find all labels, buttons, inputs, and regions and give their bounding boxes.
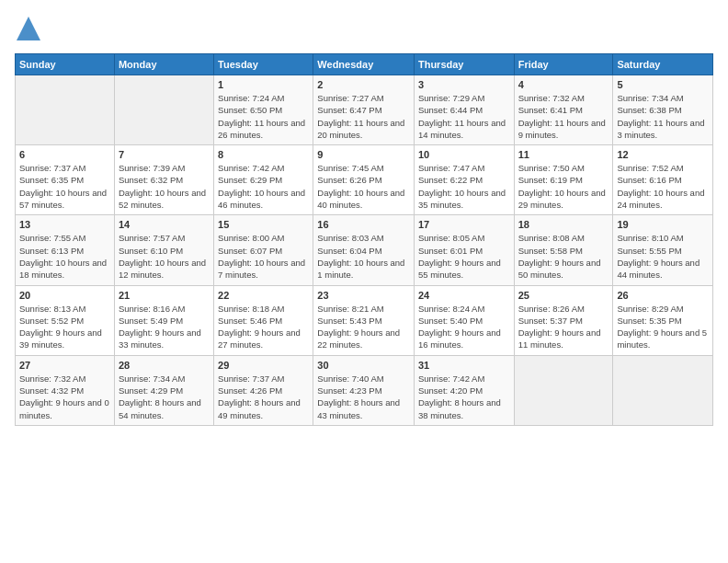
day-number: 23: [317, 290, 410, 301]
day-number: 13: [19, 219, 110, 230]
day-info: Sunrise: 7:37 AMSunset: 6:35 PMDaylight:…: [19, 162, 110, 211]
day-info: Sunrise: 7:37 AMSunset: 4:26 PMDaylight:…: [218, 373, 309, 421]
day-number: 29: [218, 360, 309, 371]
day-cell: 25Sunrise: 8:26 AMSunset: 5:37 PMDayligh…: [514, 285, 613, 355]
week-row-1: 1Sunrise: 7:24 AMSunset: 6:50 PMDaylight…: [16, 75, 713, 145]
day-info: Sunrise: 7:34 AMSunset: 4:29 PMDaylight:…: [119, 373, 210, 421]
day-number: 2: [317, 79, 410, 90]
day-cell: 11Sunrise: 7:50 AMSunset: 6:19 PMDayligh…: [514, 145, 613, 215]
day-number: 9: [317, 149, 410, 160]
day-info: Sunrise: 8:03 AMSunset: 6:04 PMDaylight:…: [317, 232, 410, 281]
day-number: 3: [418, 79, 510, 90]
day-info: Sunrise: 7:45 AMSunset: 6:26 PMDaylight:…: [317, 162, 410, 211]
day-cell: 28Sunrise: 7:34 AMSunset: 4:29 PMDayligh…: [114, 355, 213, 425]
day-info: Sunrise: 7:50 AMSunset: 6:19 PMDaylight:…: [518, 162, 609, 211]
week-row-5: 27Sunrise: 7:32 AMSunset: 4:32 PMDayligh…: [16, 355, 713, 425]
day-number: 22: [218, 290, 309, 301]
day-cell: 9Sunrise: 7:45 AMSunset: 6:26 PMDaylight…: [313, 145, 415, 215]
day-info: Sunrise: 7:34 AMSunset: 6:38 PMDaylight:…: [617, 92, 709, 141]
day-cell: 22Sunrise: 8:18 AMSunset: 5:46 PMDayligh…: [214, 285, 313, 355]
day-number: 28: [119, 360, 210, 371]
day-cell: 1Sunrise: 7:24 AMSunset: 6:50 PMDaylight…: [214, 75, 313, 145]
day-number: 21: [119, 290, 210, 301]
day-number: 30: [317, 360, 410, 371]
day-info: Sunrise: 8:21 AMSunset: 5:43 PMDaylight:…: [317, 303, 410, 351]
day-info: Sunrise: 7:57 AMSunset: 6:10 PMDaylight:…: [119, 232, 210, 281]
day-number: 20: [19, 290, 110, 301]
day-info: Sunrise: 7:24 AMSunset: 6:50 PMDaylight:…: [218, 92, 309, 141]
day-cell: 5Sunrise: 7:34 AMSunset: 6:38 PMDaylight…: [613, 75, 713, 145]
calendar-table: SundayMondayTuesdayWednesdayThursdayFrid…: [15, 53, 713, 426]
day-number: 17: [418, 219, 510, 230]
day-cell: 27Sunrise: 7:32 AMSunset: 4:32 PMDayligh…: [16, 355, 115, 425]
logo-icon: [15, 15, 42, 42]
day-cell: 29Sunrise: 7:37 AMSunset: 4:26 PMDayligh…: [214, 355, 313, 425]
day-info: Sunrise: 8:18 AMSunset: 5:46 PMDaylight:…: [218, 303, 309, 351]
day-info: Sunrise: 8:05 AMSunset: 6:01 PMDaylight:…: [418, 232, 510, 281]
day-number: 12: [617, 149, 709, 160]
day-cell: 14Sunrise: 7:57 AMSunset: 6:10 PMDayligh…: [114, 215, 213, 285]
day-cell: [16, 75, 115, 145]
day-info: Sunrise: 8:10 AMSunset: 5:55 PMDaylight:…: [617, 232, 709, 281]
day-info: Sunrise: 8:26 AMSunset: 5:37 PMDaylight:…: [518, 303, 609, 351]
day-number: 24: [418, 290, 510, 301]
day-cell: 31Sunrise: 7:42 AMSunset: 4:20 PMDayligh…: [414, 355, 514, 425]
day-info: Sunrise: 7:40 AMSunset: 4:23 PMDaylight:…: [317, 373, 410, 421]
header-monday: Monday: [114, 54, 213, 75]
day-cell: 13Sunrise: 7:55 AMSunset: 6:13 PMDayligh…: [16, 215, 115, 285]
header-sunday: Sunday: [16, 54, 115, 75]
calendar-header-row: SundayMondayTuesdayWednesdayThursdayFrid…: [16, 54, 713, 75]
day-cell: 18Sunrise: 8:08 AMSunset: 5:58 PMDayligh…: [514, 215, 613, 285]
day-cell: 4Sunrise: 7:32 AMSunset: 6:41 PMDaylight…: [514, 75, 613, 145]
day-cell: 26Sunrise: 8:29 AMSunset: 5:35 PMDayligh…: [613, 285, 713, 355]
day-cell: 12Sunrise: 7:52 AMSunset: 6:16 PMDayligh…: [613, 145, 713, 215]
week-row-4: 20Sunrise: 8:13 AMSunset: 5:52 PMDayligh…: [16, 285, 713, 355]
day-number: 11: [518, 149, 609, 160]
day-cell: 6Sunrise: 7:37 AMSunset: 6:35 PMDaylight…: [16, 145, 115, 215]
day-cell: 15Sunrise: 8:00 AMSunset: 6:07 PMDayligh…: [214, 215, 313, 285]
header-friday: Friday: [514, 54, 613, 75]
day-number: 27: [19, 360, 110, 371]
day-info: Sunrise: 7:27 AMSunset: 6:47 PMDaylight:…: [317, 92, 410, 141]
week-row-2: 6Sunrise: 7:37 AMSunset: 6:35 PMDaylight…: [16, 145, 713, 215]
day-number: 6: [19, 149, 110, 160]
day-cell: [613, 355, 713, 425]
day-info: Sunrise: 7:52 AMSunset: 6:16 PMDaylight:…: [617, 162, 709, 211]
day-info: Sunrise: 8:29 AMSunset: 5:35 PMDaylight:…: [617, 303, 709, 351]
header-tuesday: Tuesday: [214, 54, 313, 75]
day-cell: 19Sunrise: 8:10 AMSunset: 5:55 PMDayligh…: [613, 215, 713, 285]
day-number: 19: [617, 219, 709, 230]
day-info: Sunrise: 8:13 AMSunset: 5:52 PMDaylight:…: [19, 303, 110, 351]
day-cell: 3Sunrise: 7:29 AMSunset: 6:44 PMDaylight…: [414, 75, 514, 145]
day-info: Sunrise: 8:24 AMSunset: 5:40 PMDaylight:…: [418, 303, 510, 351]
day-number: 14: [119, 219, 210, 230]
day-cell: 7Sunrise: 7:39 AMSunset: 6:32 PMDaylight…: [114, 145, 213, 215]
day-number: 16: [317, 219, 410, 230]
day-number: 4: [518, 79, 609, 90]
calendar-body: 1Sunrise: 7:24 AMSunset: 6:50 PMDaylight…: [16, 75, 713, 426]
day-cell: 17Sunrise: 8:05 AMSunset: 6:01 PMDayligh…: [414, 215, 514, 285]
day-number: 31: [418, 360, 510, 371]
day-cell: 21Sunrise: 8:16 AMSunset: 5:49 PMDayligh…: [114, 285, 213, 355]
day-cell: 16Sunrise: 8:03 AMSunset: 6:04 PMDayligh…: [313, 215, 415, 285]
day-number: 26: [617, 290, 709, 301]
day-info: Sunrise: 7:39 AMSunset: 6:32 PMDaylight:…: [119, 162, 210, 211]
day-cell: 20Sunrise: 8:13 AMSunset: 5:52 PMDayligh…: [16, 285, 115, 355]
day-info: Sunrise: 7:32 AMSunset: 4:32 PMDaylight:…: [19, 373, 110, 421]
day-number: 18: [518, 219, 609, 230]
svg-marker-0: [17, 17, 40, 40]
day-number: 5: [617, 79, 709, 90]
day-cell: [114, 75, 213, 145]
page-header: [15, 15, 713, 42]
day-info: Sunrise: 7:32 AMSunset: 6:41 PMDaylight:…: [518, 92, 609, 141]
day-info: Sunrise: 8:08 AMSunset: 5:58 PMDaylight:…: [518, 232, 609, 281]
week-row-3: 13Sunrise: 7:55 AMSunset: 6:13 PMDayligh…: [16, 215, 713, 285]
day-cell: 10Sunrise: 7:47 AMSunset: 6:22 PMDayligh…: [414, 145, 514, 215]
day-number: 8: [218, 149, 309, 160]
day-number: 15: [218, 219, 309, 230]
day-number: 10: [418, 149, 510, 160]
day-info: Sunrise: 7:42 AMSunset: 4:20 PMDaylight:…: [418, 373, 510, 421]
day-info: Sunrise: 8:16 AMSunset: 5:49 PMDaylight:…: [119, 303, 210, 351]
day-cell: 24Sunrise: 8:24 AMSunset: 5:40 PMDayligh…: [414, 285, 514, 355]
day-cell: 30Sunrise: 7:40 AMSunset: 4:23 PMDayligh…: [313, 355, 415, 425]
